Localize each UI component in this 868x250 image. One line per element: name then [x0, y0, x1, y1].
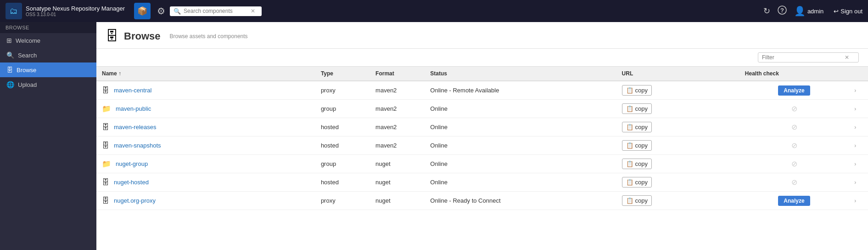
refresh-button[interactable]: ↻ — [763, 6, 770, 16]
cell-name-maven-central: 🗄 maven-central — [96, 81, 315, 100]
repo-type-icon: 📁 — [102, 104, 111, 113]
cell-url-maven-central: 📋 copy — [616, 81, 739, 100]
cell-url-nuget-org-proxy: 📋 copy — [616, 192, 739, 210]
repo-name[interactable]: maven-releases — [114, 124, 157, 131]
repo-name[interactable]: nuget.org-proxy — [114, 197, 156, 204]
table-row: 🗄 nuget.org-proxy proxy nuget Online - R… — [96, 192, 868, 210]
global-search-input[interactable] — [184, 8, 248, 14]
upload-nav-icon: 🌐 — [6, 81, 14, 88]
user-icon: 👤 — [794, 6, 806, 17]
page-title: Browse — [124, 30, 160, 42]
repo-type-icon: 🗄 — [102, 197, 109, 205]
col-header-type: Type — [315, 67, 370, 81]
col-header-health-check: Health check — [739, 67, 849, 81]
health-check-disabled-icon: ⊘ — [791, 123, 797, 131]
cell-format-nuget-hosted: nuget — [370, 173, 425, 192]
copy-button-maven-public[interactable]: 📋 copy — [622, 103, 652, 114]
repo-name[interactable]: maven-public — [116, 105, 151, 112]
sidebar-item-search[interactable]: 🔍 Search — [0, 48, 96, 62]
copy-label: copy — [635, 124, 648, 131]
user-menu[interactable]: 👤 admin — [794, 6, 823, 17]
copy-label: copy — [635, 105, 648, 112]
cell-chevron-maven-central[interactable]: › — [849, 81, 868, 100]
row-chevron-icon[interactable]: › — [854, 198, 856, 204]
copy-button-maven-central[interactable]: 📋 copy — [622, 85, 652, 96]
cell-format-maven-central: maven2 — [370, 81, 425, 100]
search-nav-icon: 🔍 — [6, 51, 14, 59]
svg-text:?: ? — [780, 7, 784, 14]
cell-name-nuget-org-proxy: 🗄 nuget.org-proxy — [96, 192, 315, 210]
sidebar-item-browse[interactable]: 🗄 Browse — [0, 62, 96, 77]
repo-name[interactable]: nuget-hosted — [114, 179, 149, 186]
copy-icon: 📋 — [626, 105, 633, 112]
row-chevron-icon[interactable]: › — [854, 161, 856, 167]
cell-format-maven-public: maven2 — [370, 100, 425, 118]
settings-icon[interactable]: ⚙ — [157, 6, 165, 17]
cell-chevron-maven-snapshots[interactable]: › — [849, 136, 868, 155]
cell-chevron-nuget-group[interactable]: › — [849, 155, 868, 173]
cell-chevron-maven-public[interactable]: › — [849, 100, 868, 118]
table-row: 🗄 maven-releases hosted maven2 Online 📋 … — [96, 118, 868, 136]
sidebar-item-welcome-label: Welcome — [16, 37, 40, 44]
cell-chevron-nuget-org-proxy[interactable]: › — [849, 192, 868, 210]
app-title: Sonatype Nexus Repository Manager — [26, 5, 125, 12]
cell-type-maven-central: proxy — [315, 81, 370, 100]
copy-icon: 📋 — [626, 124, 633, 131]
copy-icon: 📋 — [626, 179, 633, 186]
cell-health-maven-releases: ⊘ — [739, 118, 849, 136]
copy-label: copy — [635, 160, 648, 167]
signout-button[interactable]: ↩ Sign out — [834, 8, 862, 15]
copy-button-nuget-hosted[interactable]: 📋 copy — [622, 177, 652, 188]
topnav: 🗂 Sonatype Nexus Repository Manager OSS … — [0, 0, 868, 22]
col-header-arrow — [849, 67, 868, 81]
cell-health-maven-central: Analyze — [739, 81, 849, 100]
cell-type-maven-snapshots: hosted — [315, 136, 370, 155]
row-chevron-icon[interactable]: › — [854, 142, 856, 149]
filter-input[interactable] — [762, 54, 845, 61]
repo-type-icon: 🗄 — [102, 86, 109, 95]
sidebar-item-upload-label: Upload — [18, 81, 37, 88]
col-header-name[interactable]: Name ↑ — [96, 67, 315, 81]
sidebar-item-upload[interactable]: 🌐 Upload — [0, 77, 96, 92]
sidebar-item-search-label: Search — [18, 52, 37, 59]
repo-name[interactable]: nuget-group — [116, 160, 148, 167]
help-button[interactable]: ? — [778, 6, 787, 17]
cell-type-nuget-hosted: hosted — [315, 173, 370, 192]
cell-status-maven-snapshots: Online — [425, 136, 616, 155]
copy-button-nuget-org-proxy[interactable]: 📋 copy — [622, 195, 652, 206]
app-module-icon[interactable]: 📦 — [134, 3, 151, 19]
row-chevron-icon[interactable]: › — [854, 87, 856, 94]
row-chevron-icon[interactable]: › — [854, 179, 856, 186]
global-search-box[interactable]: 🔍 ✕ — [170, 6, 262, 16]
signout-label: Sign out — [840, 8, 862, 15]
filter-clear-icon[interactable]: ✕ — [845, 54, 849, 61]
repo-type-icon: 🗄 — [102, 123, 109, 131]
logo-icon: 🗂 — [6, 3, 22, 19]
page-subtitle: Browse assets and components — [169, 33, 247, 40]
cell-name-maven-snapshots: 🗄 maven-snapshots — [96, 136, 315, 155]
copy-icon: 📋 — [626, 142, 633, 149]
row-chevron-icon[interactable]: › — [854, 124, 856, 131]
analyze-button-maven-central[interactable]: Analyze — [778, 85, 810, 96]
analyze-button-nuget-org-proxy[interactable]: Analyze — [778, 196, 810, 206]
cell-name-nuget-group: 📁 nuget-group — [96, 155, 315, 173]
copy-button-maven-snapshots[interactable]: 📋 copy — [622, 140, 652, 151]
cell-chevron-maven-releases[interactable]: › — [849, 118, 868, 136]
filter-box[interactable]: ✕ — [758, 52, 859, 62]
repo-name[interactable]: maven-central — [114, 87, 151, 94]
cell-type-maven-public: group — [315, 100, 370, 118]
row-chevron-icon[interactable]: › — [854, 106, 856, 112]
cell-chevron-nuget-hosted[interactable]: › — [849, 173, 868, 192]
app-logo: 🗂 Sonatype Nexus Repository Manager OSS … — [6, 3, 125, 19]
health-check-disabled-icon: ⊘ — [791, 142, 797, 149]
health-check-disabled-icon: ⊘ — [791, 178, 797, 186]
repo-name[interactable]: maven-snapshots — [114, 142, 161, 149]
copy-button-nuget-group[interactable]: 📋 copy — [622, 159, 652, 169]
search-clear-icon[interactable]: ✕ — [251, 8, 255, 14]
welcome-icon: ⊞ — [6, 37, 12, 44]
sidebar-item-welcome[interactable]: ⊞ Welcome — [0, 33, 96, 48]
main-layout: Browse ⊞ Welcome 🔍 Search 🗄 Browse 🌐 Upl… — [0, 22, 868, 250]
user-label: admin — [807, 8, 823, 15]
cell-health-nuget-hosted: ⊘ — [739, 173, 849, 192]
copy-button-maven-releases[interactable]: 📋 copy — [622, 122, 652, 132]
